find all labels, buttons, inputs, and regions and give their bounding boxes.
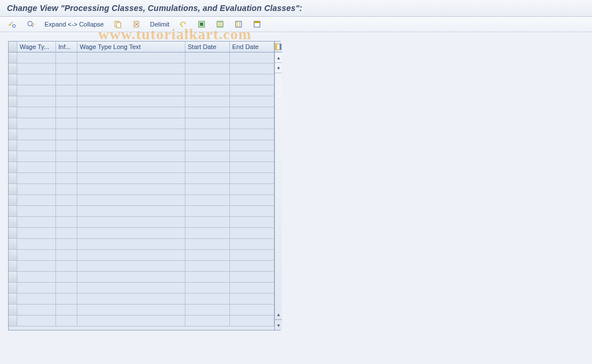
cell-end-date[interactable] [230, 305, 274, 316]
row-selector[interactable] [9, 250, 17, 261]
row-selector[interactable] [9, 151, 17, 162]
cell-start-date[interactable] [185, 294, 230, 305]
cell-wage-type[interactable] [17, 294, 56, 305]
cell-long-text[interactable] [77, 272, 185, 283]
cell-inf[interactable] [56, 118, 77, 129]
cell-wage-type[interactable] [17, 96, 56, 107]
cell-long-text[interactable] [77, 96, 185, 107]
cell-long-text[interactable] [77, 52, 185, 63]
cell-start-date[interactable] [185, 316, 230, 327]
cell-inf[interactable] [56, 305, 77, 316]
cell-long-text[interactable] [77, 85, 185, 96]
cell-long-text[interactable] [77, 239, 185, 250]
scroll-down2-button[interactable]: ▾ [275, 320, 282, 330]
cell-wage-type[interactable] [17, 316, 56, 327]
table-row[interactable] [9, 151, 274, 162]
cell-long-text[interactable] [77, 140, 185, 151]
cell-end-date[interactable] [230, 250, 274, 261]
col-start-date[interactable]: Start Date [185, 42, 230, 52]
table-row[interactable] [9, 305, 274, 316]
table-row[interactable] [9, 118, 274, 129]
cell-end-date[interactable] [230, 140, 274, 151]
cell-wage-type[interactable] [17, 228, 56, 239]
table-row[interactable] [9, 261, 274, 272]
cell-end-date[interactable] [230, 151, 274, 162]
row-selector[interactable] [9, 173, 17, 184]
cell-end-date[interactable] [230, 239, 274, 250]
deselect-all-button[interactable] [211, 18, 229, 31]
cell-end-date[interactable] [230, 217, 274, 228]
table-row[interactable] [9, 228, 274, 239]
undo-button[interactable] [174, 18, 192, 31]
table-row[interactable] [9, 52, 274, 63]
cell-end-date[interactable] [230, 316, 274, 327]
row-selector[interactable] [9, 283, 17, 294]
copy-button[interactable] [109, 18, 126, 31]
cell-long-text[interactable] [77, 261, 185, 272]
cell-inf[interactable] [56, 74, 77, 85]
cell-long-text[interactable] [77, 217, 185, 228]
cell-wage-type[interactable] [17, 85, 56, 96]
cell-long-text[interactable] [77, 294, 185, 305]
cell-inf[interactable] [56, 195, 77, 206]
cell-start-date[interactable] [185, 96, 230, 107]
cell-inf[interactable] [56, 184, 77, 195]
cell-wage-type[interactable] [17, 184, 56, 195]
scroll-up-button[interactable]: ▴ [275, 52, 282, 63]
table-row[interactable] [9, 173, 274, 184]
cell-long-text[interactable] [77, 118, 185, 129]
cell-inf[interactable] [56, 217, 77, 228]
table-row[interactable] [9, 85, 274, 96]
row-selector[interactable] [9, 184, 17, 195]
col-end-date[interactable]: End Date [230, 42, 274, 52]
cell-start-date[interactable] [185, 305, 230, 316]
cell-end-date[interactable] [230, 206, 274, 217]
cell-inf[interactable] [56, 316, 77, 327]
row-selector[interactable] [9, 129, 17, 140]
cell-end-date[interactable] [230, 85, 274, 96]
cell-wage-type[interactable] [17, 261, 56, 272]
table-row[interactable] [9, 107, 274, 118]
cell-end-date[interactable] [230, 74, 274, 85]
scroll-up2-button[interactable]: ▴ [275, 309, 282, 320]
cell-inf[interactable] [56, 107, 77, 118]
other-view-button[interactable] [22, 18, 39, 31]
cell-inf[interactable] [56, 206, 77, 217]
select-all-button[interactable] [193, 18, 210, 31]
table-row[interactable] [9, 206, 274, 217]
cell-end-date[interactable] [230, 184, 274, 195]
cell-wage-type[interactable] [17, 272, 56, 283]
cell-start-date[interactable] [185, 118, 230, 129]
cell-inf[interactable] [56, 96, 77, 107]
cell-long-text[interactable] [77, 206, 185, 217]
cell-start-date[interactable] [185, 52, 230, 63]
cell-end-date[interactable] [230, 162, 274, 173]
table-row[interactable] [9, 272, 274, 283]
config-button[interactable] [230, 18, 247, 31]
cell-start-date[interactable] [185, 228, 230, 239]
cell-start-date[interactable] [185, 85, 230, 96]
cell-long-text[interactable] [77, 305, 185, 316]
cell-long-text[interactable] [77, 63, 185, 74]
cell-long-text[interactable] [77, 107, 185, 118]
cell-wage-type[interactable] [17, 195, 56, 206]
toggle-edit-button[interactable] [3, 18, 21, 31]
delete-button[interactable] [128, 18, 145, 31]
row-selector[interactable] [9, 261, 17, 272]
column-config-button[interactable] [275, 42, 282, 52]
row-selector[interactable] [9, 206, 17, 217]
cell-wage-type[interactable] [17, 162, 56, 173]
cell-inf[interactable] [56, 151, 77, 162]
select-all-column[interactable] [9, 42, 17, 52]
cell-long-text[interactable] [77, 129, 185, 140]
cell-wage-type[interactable] [17, 250, 56, 261]
row-selector[interactable] [9, 162, 17, 173]
cell-end-date[interactable] [230, 283, 274, 294]
cell-end-date[interactable] [230, 228, 274, 239]
table-row[interactable] [9, 96, 274, 107]
cell-wage-type[interactable] [17, 52, 56, 63]
cell-start-date[interactable] [185, 107, 230, 118]
row-selector[interactable] [9, 294, 17, 305]
cell-start-date[interactable] [185, 74, 230, 85]
row-selector[interactable] [9, 272, 17, 283]
